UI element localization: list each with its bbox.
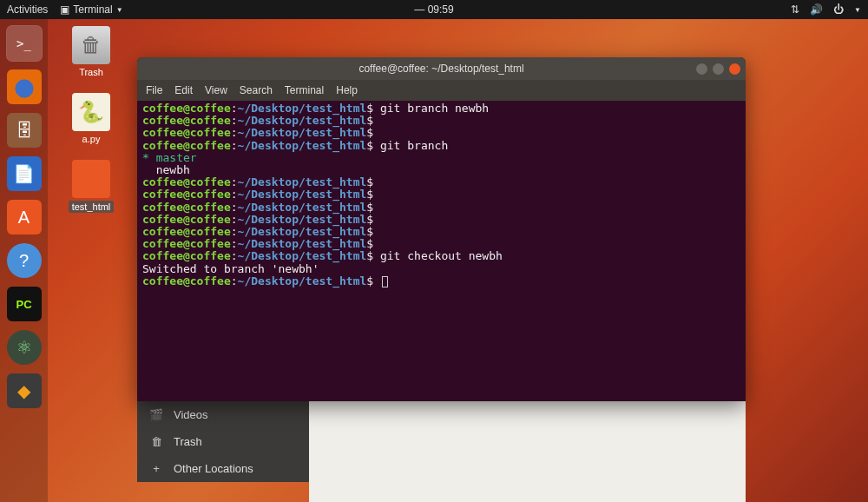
menu-terminal[interactable]: Terminal	[285, 84, 324, 96]
sound-icon[interactable]: 🔊	[810, 3, 823, 16]
terminal-body[interactable]: coffee@coffee:~/Desktop/test_html$ git b…	[137, 101, 746, 401]
prompt-sym: $	[366, 237, 373, 250]
dock-help[interactable]: ?	[7, 243, 42, 278]
dock-sublime[interactable]: ◆	[7, 373, 42, 408]
branch-newbh: newbh	[142, 163, 190, 176]
folder-icon	[72, 160, 110, 198]
prompt-sep: :	[231, 274, 238, 287]
prompt-path: ~/Desktop/test_html	[238, 126, 367, 139]
prompt-sym: $	[366, 126, 373, 139]
prompt-path: ~/Desktop/test_html	[238, 237, 367, 250]
prompt-sep: :	[231, 213, 238, 226]
menu-file[interactable]: File	[146, 84, 162, 96]
prompt-sep: :	[231, 225, 238, 238]
desktop-folder-label: test_html	[69, 201, 115, 213]
activities-button[interactable]: Activities	[7, 3, 48, 16]
prompt-user: coffee@coffee	[142, 225, 231, 238]
clock[interactable]: — 09:59	[414, 3, 453, 16]
prompt-user: coffee@coffee	[142, 139, 231, 152]
files-row-other-locations[interactable]: + Other Locations	[137, 455, 309, 482]
trash-icon: 🗑	[149, 435, 163, 448]
terminal-mini-icon: ▣	[60, 3, 69, 16]
app-indicator-label: Terminal	[73, 3, 112, 16]
prompt-sym: $	[366, 274, 373, 287]
prompt-user: coffee@coffee	[142, 102, 231, 115]
terminal-menubar: File Edit View Search Terminal Help	[137, 80, 746, 101]
prompt-sym: $	[366, 201, 373, 214]
prompt-path: ~/Desktop/test_html	[238, 201, 367, 214]
prompt-sep: :	[231, 114, 238, 127]
video-icon: 🎬	[149, 408, 163, 421]
terminal-cursor	[382, 276, 388, 287]
menu-view[interactable]: View	[205, 84, 227, 96]
desktop-file-apy[interactable]: 🐍 a.py	[65, 93, 117, 144]
prompt-path: ~/Desktop/test_html	[238, 102, 367, 115]
terminal-window: coffee@coffee: ~/Desktop/test_html File …	[137, 57, 746, 401]
prompt-sep: :	[231, 175, 238, 188]
prompt-sep: :	[231, 139, 238, 152]
files-content-area[interactable]	[309, 401, 746, 502]
window-close-button[interactable]	[729, 63, 740, 75]
trash-icon: 🗑	[72, 26, 110, 64]
files-row-trash[interactable]: 🗑 Trash	[137, 428, 309, 455]
prompt-sym: $	[366, 102, 373, 115]
files-other-label: Other Locations	[174, 462, 253, 475]
prompt-path: ~/Desktop/test_html	[238, 225, 367, 238]
prompt-path: ~/Desktop/test_html	[238, 188, 367, 201]
prompt-user: coffee@coffee	[142, 237, 231, 250]
cmd-git-branch-newbh: git branch newbh	[373, 102, 489, 115]
files-sidebar: 🎬 Videos 🗑 Trash + Other Locations	[137, 401, 309, 482]
terminal-titlebar[interactable]: coffee@coffee: ~/Desktop/test_html	[137, 57, 746, 80]
prompt-sep: :	[231, 126, 238, 139]
dock-atom[interactable]: ⚛	[7, 330, 42, 365]
menu-help[interactable]: Help	[336, 84, 358, 96]
prompt-sym: $	[366, 139, 373, 152]
desktop-icons: 🗑 Trash 🐍 a.py test_html	[65, 26, 117, 213]
dock-firefox[interactable]	[7, 69, 42, 104]
dock-software[interactable]: A	[7, 200, 42, 234]
prompt-path: ~/Desktop/test_html	[238, 139, 367, 152]
desktop-folder-test-html[interactable]: test_html	[65, 160, 117, 213]
prompt-path: ~/Desktop/test_html	[238, 114, 367, 127]
prompt-user: coffee@coffee	[142, 114, 231, 127]
terminal-title-text: coffee@coffee: ~/Desktop/test_html	[358, 63, 523, 75]
prompt-sym: $	[366, 225, 373, 238]
window-minimize-button[interactable]	[696, 63, 707, 75]
desktop-trash-label: Trash	[79, 67, 103, 77]
cmd-git-branch: git branch	[373, 139, 448, 152]
prompt-user: coffee@coffee	[142, 188, 231, 201]
chevron-down-icon: ▼	[116, 6, 123, 14]
prompt-user: coffee@coffee	[142, 126, 231, 139]
prompt-sym: $	[366, 249, 373, 262]
app-indicator[interactable]: ▣ Terminal ▼	[60, 3, 122, 16]
files-videos-label: Videos	[174, 408, 208, 421]
menu-edit[interactable]: Edit	[174, 84, 193, 96]
prompt-sep: :	[231, 188, 238, 201]
files-row-videos[interactable]: 🎬 Videos	[137, 401, 309, 428]
prompt-sym: $	[366, 114, 373, 127]
power-icon[interactable]: ⏻	[833, 3, 844, 16]
network-icon[interactable]: ⇅	[791, 3, 799, 16]
menu-search[interactable]: Search	[240, 84, 273, 96]
prompt-user: coffee@coffee	[142, 213, 231, 226]
dock-writer[interactable]: 📄	[7, 156, 42, 191]
branch-master: master	[149, 151, 197, 164]
prompt-sep: :	[231, 201, 238, 214]
desktop-trash[interactable]: 🗑 Trash	[65, 26, 117, 77]
prompt-path: ~/Desktop/test_html	[238, 175, 367, 188]
top-bar: Activities ▣ Terminal ▼ — 09:59 ⇅ 🔊 ⏻ ▼	[0, 0, 868, 19]
desktop-apy-label: a.py	[82, 134, 101, 144]
prompt-user: coffee@coffee	[142, 274, 231, 287]
chevron-down-icon: ▼	[854, 6, 861, 14]
prompt-sep: :	[231, 249, 238, 262]
prompt-sym: $	[366, 188, 373, 201]
prompt-user: coffee@coffee	[142, 249, 231, 262]
prompt-user: coffee@coffee	[142, 175, 231, 188]
prompt-sep: :	[231, 237, 238, 250]
python-file-icon: 🐍	[72, 93, 110, 131]
dock-pycharm[interactable]: PC	[7, 287, 42, 321]
dock-files[interactable]: 🗄	[7, 113, 42, 148]
prompt-path: ~/Desktop/test_html	[238, 274, 367, 287]
dock-terminal[interactable]: >_	[7, 26, 42, 61]
window-maximize-button[interactable]	[713, 63, 724, 75]
